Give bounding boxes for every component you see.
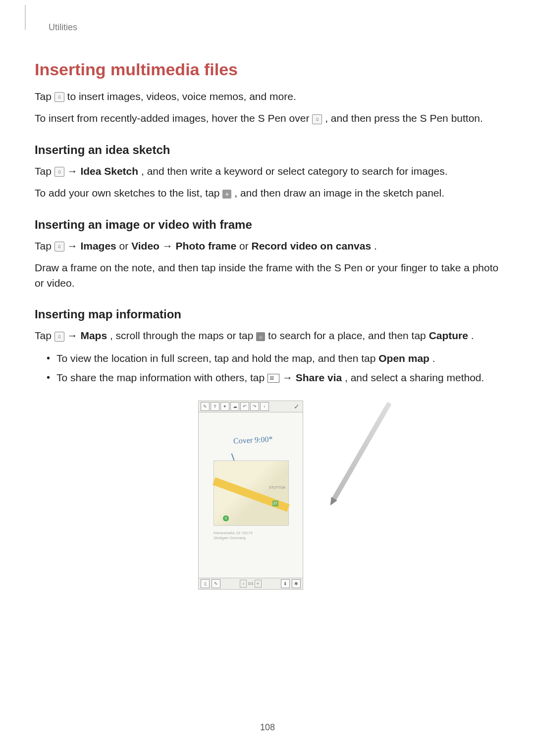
text: Tap (35, 91, 54, 102)
insert-icon: ▯ (201, 579, 210, 588)
text-bold: Record video on canvas (251, 240, 371, 252)
text: , scroll through the maps or tap (110, 330, 256, 341)
undo-icon: ↶ (240, 402, 249, 411)
phone-toolbar-top: ✎ T ✦ ☁ ↶ ↷ ‹ ✓ (199, 401, 303, 412)
text: → (67, 330, 81, 341)
page-number: 108 (0, 722, 535, 733)
list-item: To view the location in full screen, tap… (47, 351, 500, 366)
check-icon: ✓ (293, 403, 301, 410)
text: → (67, 165, 81, 177)
text: , and select a sharing method. (345, 372, 484, 383)
text: Tap (35, 330, 54, 341)
frame-p2: Draw a frame on the note, and then tap i… (35, 260, 500, 291)
text: to insert images, videos, voice memos, a… (67, 91, 296, 102)
insert-multimedia-icon: ♫ (54, 92, 64, 102)
text-bold: Video (131, 240, 160, 252)
text: or (239, 240, 252, 252)
page-indicator: 1/1 (248, 581, 253, 586)
page-title: Inserting multimedia files (35, 60, 500, 79)
text-bold: Images (80, 240, 116, 252)
pager: ‹ 1/1 + (240, 580, 261, 588)
subheading-image-video-frame: Inserting an image or video with frame (35, 218, 500, 232)
text: → (282, 372, 296, 383)
phone-toolbar-bottom: ▯ ✎ ‹ 1/1 + ⬇ ✱ (199, 578, 303, 589)
map-area: STUTTGA 27 S (214, 460, 289, 526)
map-city-label: STUTTGA (269, 486, 285, 489)
map-bullets: To view the location in full screen, tap… (35, 351, 500, 386)
intro-p2: To insert from recently-added images, ho… (35, 111, 500, 126)
text-bold: Share via (296, 372, 342, 383)
text: To insert from recently-added images, ho… (35, 112, 312, 124)
text: . (432, 353, 435, 364)
idea-sketch-p1: Tap ♫ → Idea Sketch , and then write a k… (35, 164, 500, 179)
map-road (213, 477, 290, 512)
text: → (162, 240, 176, 252)
text-tool-icon: T (211, 402, 219, 411)
text: . (471, 330, 474, 341)
s-pen-illustration (331, 402, 391, 501)
text: , and then write a keyword or select cat… (141, 165, 448, 177)
section-header: Utilities (49, 22, 500, 33)
map-p1: Tap ♫ → Maps , scroll through the maps o… (35, 328, 500, 343)
station-icon: S (223, 515, 229, 521)
insert-multimedia-icon: ♫ (312, 114, 322, 124)
figure-map-note: ✎ T ✦ ☁ ↶ ↷ ‹ ✓ Cover 9:00* STUTTGA 27 S… (198, 401, 337, 590)
plus-icon: + (222, 190, 231, 199)
download-icon: ⬇ (281, 579, 290, 588)
text-bold: Idea Sketch (80, 165, 138, 177)
text-bold: Maps (80, 330, 107, 341)
next-page-icon: + (255, 580, 262, 588)
text: , and then press the S Pen button. (325, 112, 483, 124)
text-bold: Open map (378, 353, 429, 364)
redo-icon: ↷ (250, 402, 259, 411)
text: , and then draw an image in the sketch p… (234, 187, 444, 199)
text: Tap (35, 165, 54, 177)
list-item: To share the map information with others… (47, 370, 500, 386)
subheading-idea-sketch: Inserting an idea sketch (35, 143, 500, 157)
insert-multimedia-icon: ♫ (54, 167, 64, 177)
text: To share the map information with others… (56, 372, 268, 383)
frame-p1: Tap ♫ → Images or Video → Photo frame or… (35, 239, 500, 253)
text: or (119, 240, 132, 252)
map-caption: Kienestraße 33 70174 Stuttgart Germany (214, 531, 253, 541)
collapse-icon: ‹ (260, 402, 269, 411)
caption-line2: Stuttgart Germany (214, 536, 246, 540)
edit-icon: ✎ (212, 579, 220, 588)
eraser-tool-icon: ✦ (220, 402, 229, 411)
idea-sketch-p2: To add your own sketches to the list, ta… (35, 186, 500, 201)
handwriting-text: Cover 9:00* (233, 434, 273, 445)
subheading-map-info: Inserting map information (35, 307, 500, 321)
map-marker: 27 (272, 501, 278, 506)
text: To add your own sketches to the list, ta… (35, 187, 222, 199)
insert-multimedia-icon: ♫ (54, 242, 64, 252)
text-bold: Capture (429, 330, 468, 341)
search-icon: ⌕ (256, 332, 265, 341)
cloud-tool-icon: ☁ (230, 402, 239, 411)
text-bold: Photo frame (176, 240, 237, 252)
settings-icon: ✱ (292, 579, 301, 588)
text: To view the location in full screen, tap… (56, 353, 378, 364)
pen-tool-icon: ✎ (201, 402, 210, 411)
text: to search for a place, and then tap (268, 330, 429, 341)
intro-p1: Tap ♫ to insert images, videos, voice me… (35, 89, 500, 104)
menu-icon (268, 374, 279, 383)
prev-page-icon: ‹ (240, 580, 247, 588)
insert-multimedia-icon: ♫ (54, 332, 64, 342)
text: → (67, 240, 81, 252)
text: . (374, 240, 377, 252)
caption-line1: Kienestraße 33 70174 (214, 531, 253, 535)
text: Tap (35, 240, 54, 252)
phone-mockup: ✎ T ✦ ☁ ↶ ↷ ‹ ✓ Cover 9:00* STUTTGA 27 S… (198, 401, 303, 590)
